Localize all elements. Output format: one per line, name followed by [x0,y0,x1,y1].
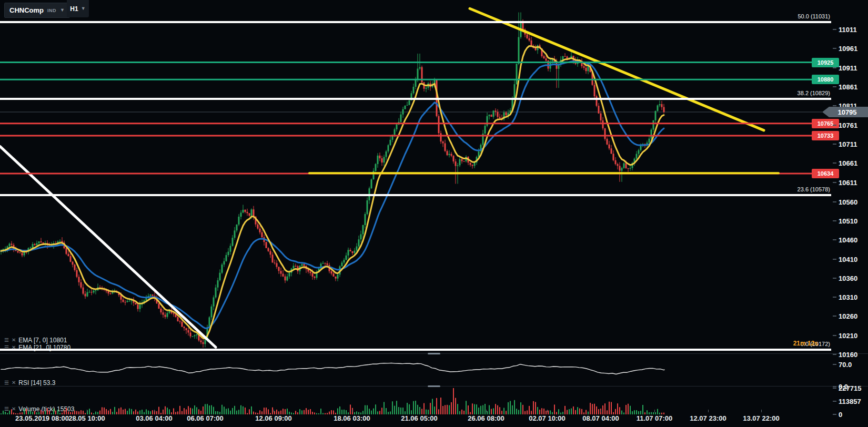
volume-bar [299,409,300,414]
volume-bar [38,412,39,414]
volume-bar [436,398,437,414]
volume-bar [346,410,347,414]
volume-bar [135,410,136,414]
volume-bar [474,404,475,414]
volume-bar [335,413,336,414]
volume-bar [583,412,584,414]
volume-bar [80,410,82,414]
volume-bar [485,404,486,414]
volume-bar [510,401,511,414]
volume-bar [152,410,153,414]
price-level-badge[interactable]: 10634 [812,169,839,178]
volume-bar [442,406,443,414]
volume-bar [15,413,16,414]
volume-bar [426,410,427,414]
volume-bar [125,409,126,414]
volume-bar [59,413,60,414]
volume-bar [272,408,273,414]
volume-bar [257,413,258,414]
volume-bar [280,411,281,414]
volume-bar [192,409,193,414]
volume-bar [661,413,662,414]
volume-bar [377,411,378,414]
price-level-badge[interactable]: 10733 [812,131,839,140]
timeframe-selector[interactable]: H1 ▼ [67,0,89,17]
volume-bar [537,407,538,414]
volume-bar [240,405,241,414]
instrument-type-badge: IND [47,8,56,13]
volume-bar [175,412,176,414]
volume-bar [455,398,456,414]
volume-bar [659,413,660,414]
volume-bar [625,405,627,414]
volume-bar [642,405,643,414]
volume-bar [314,412,315,414]
chevron-down-icon: ▼ [60,8,65,13]
volume-bar [7,413,8,414]
volume-bar [285,409,286,414]
price-level-badge[interactable]: 10925 [812,58,839,67]
pane-resize-handle[interactable] [428,353,440,354]
volume-bar [375,404,376,414]
volume-bar [83,411,84,414]
volume-bar [392,401,393,414]
volume-bar [318,413,319,414]
volume-bar [632,411,633,414]
chevron-down-icon: ▼ [81,6,86,11]
volume-bar [613,412,614,414]
volume-bar [383,402,385,414]
volume-bar [45,411,46,414]
volume-bar [472,403,473,414]
volume-bar [97,412,98,414]
price-level-badge[interactable]: 10765 [812,119,839,128]
volume-bar [203,406,204,414]
price-level-badge[interactable]: 10880 [812,75,839,84]
bar-countdown-timer: 21m 12s [793,340,818,347]
volume-bar [482,405,483,414]
volume-bar [247,413,248,414]
volume-bar [253,412,254,414]
volume-bar [329,412,330,414]
volume-bar [301,410,302,414]
volume-bar [30,411,31,414]
volume-bar [396,401,397,414]
volume-bar [118,409,119,414]
volume-bar [163,410,164,414]
volume-bar [179,406,180,414]
volume-bar [417,405,418,414]
volume-bar [428,410,429,414]
volume-bar [344,410,345,414]
volume-bar [331,410,332,414]
volume-bar [600,409,601,414]
volume-bar [533,401,534,414]
volume-bar [154,411,155,414]
volume-bar [402,408,403,414]
pane-resize-handle[interactable] [428,385,440,387]
volume-bar [623,412,624,414]
volume-bar [276,410,277,414]
volume-bar [34,411,35,414]
volume-bar [609,402,610,414]
volume-bar [520,402,521,414]
instrument-selector[interactable]: CHNComp IND ▼ [4,3,70,18]
volume-bar [219,412,220,414]
volume-bar [598,409,599,414]
volume-bar [68,412,69,414]
volume-bar [91,413,92,414]
volume-bar [205,404,206,414]
volume-bar [470,412,471,414]
timeframe-label: H1 [70,5,78,13]
current-price-badge: 10795 [822,107,868,117]
volume-bar [291,412,292,414]
volume-bar [497,405,498,414]
volume-bar [207,404,208,414]
volume-bar [123,410,124,414]
volume-bar [491,409,492,414]
volume-bar [5,412,6,414]
instrument-name: CHNComp [9,6,44,14]
volume-bar [638,411,639,414]
volume-bar [306,408,307,414]
volume-bar [556,412,557,414]
chart-canvas[interactable] [0,0,868,427]
volume-bar [114,407,115,414]
